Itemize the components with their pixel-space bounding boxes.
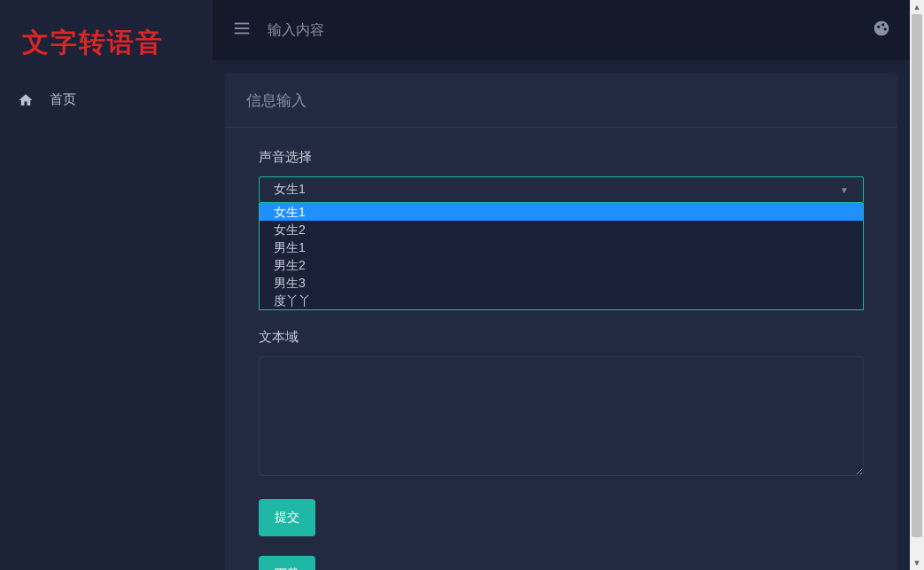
scroll-down-icon[interactable]: ▼ xyxy=(910,556,924,570)
button-row: 提交 下载 xyxy=(259,480,864,570)
topbar: 输入内容 xyxy=(213,0,910,60)
download-button[interactable]: 下载 xyxy=(259,556,315,570)
voice-option[interactable]: 度丫丫 xyxy=(260,292,863,309)
voice-option[interactable]: 男生1 xyxy=(260,238,863,256)
chevron-down-icon: ▼ xyxy=(840,185,849,195)
voice-option[interactable]: 女生2 xyxy=(260,221,863,238)
sidebar: 文字转语音 首页 xyxy=(0,0,213,570)
card-body: 声音选择 女生1 ▼ 女生1 女生2 男生1 男生2 男生3 度丫丫 文本域 提 xyxy=(225,128,897,570)
text-area-label: 文本域 xyxy=(259,329,864,346)
home-icon xyxy=(18,92,34,108)
submit-button[interactable]: 提交 xyxy=(259,499,315,536)
voice-select-wrap: 女生1 ▼ 女生1 女生2 男生1 男生2 男生3 度丫丫 xyxy=(259,176,864,203)
svg-point-4 xyxy=(877,26,880,28)
sidebar-item-home[interactable]: 首页 xyxy=(0,79,213,121)
main-content: 信息输入 声音选择 女生1 ▼ 女生1 女生2 男生1 男生2 男生3 度丫丫 … xyxy=(213,60,910,570)
app-logo: 文字转语音 xyxy=(0,0,213,79)
menu-toggle-icon[interactable] xyxy=(232,19,252,42)
scroll-up-icon[interactable]: ▲ xyxy=(910,0,924,14)
card-title: 信息输入 xyxy=(225,73,897,128)
voice-option[interactable]: 男生3 xyxy=(260,274,863,292)
scrollbar-thumb[interactable] xyxy=(912,14,922,537)
svg-point-5 xyxy=(881,23,884,26)
text-input[interactable] xyxy=(259,356,864,476)
svg-point-3 xyxy=(874,21,889,36)
svg-point-6 xyxy=(884,27,887,30)
voice-dropdown: 女生1 女生2 男生1 男生2 男生3 度丫丫 xyxy=(259,203,864,310)
breadcrumb: 输入内容 xyxy=(268,21,324,40)
voice-option[interactable]: 男生2 xyxy=(260,256,863,274)
scrollbar[interactable]: ▲ ▼ xyxy=(910,0,924,570)
theme-icon[interactable] xyxy=(873,20,890,41)
topbar-left: 输入内容 xyxy=(232,19,324,42)
form-card: 信息输入 声音选择 女生1 ▼ 女生1 女生2 男生1 男生2 男生3 度丫丫 … xyxy=(225,73,897,570)
sidebar-item-label: 首页 xyxy=(50,91,76,108)
voice-select[interactable]: 女生1 ▼ xyxy=(259,176,864,203)
voice-select-label: 声音选择 xyxy=(259,149,864,166)
voice-select-value: 女生1 xyxy=(274,182,306,198)
voice-option[interactable]: 女生1 xyxy=(260,203,863,221)
